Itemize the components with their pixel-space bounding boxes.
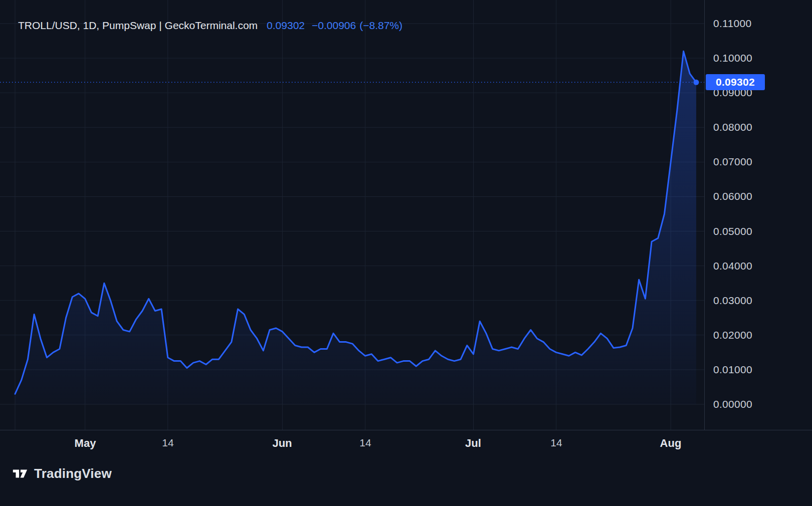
time-scale-label: Jul	[465, 437, 481, 450]
trading-chart: TROLL/USD, 1D, PumpSwap | GeckoTerminal.…	[0, 0, 812, 506]
price-scale-label: 0.02000	[713, 329, 752, 342]
time-scale-label: Aug	[660, 437, 682, 450]
price-scale-label: 0.11000	[713, 17, 751, 30]
price-scale-label: 0.08000	[713, 121, 752, 134]
tradingview-attribution[interactable]: TradingView	[12, 462, 112, 485]
time-scale-label: 14	[359, 437, 371, 449]
time-scale[interactable]: May14Jun14Jul14Aug	[0, 430, 812, 458]
time-scale-label: May	[75, 437, 96, 450]
price-scale[interactable]: 0.09302 0.110000.100000.090000.080000.07…	[704, 0, 812, 430]
price-area-fill	[15, 51, 696, 404]
time-scale-label: 14	[550, 437, 562, 449]
price-scale-label: 0.01000	[713, 363, 752, 376]
time-scale-label: Jun	[272, 437, 292, 450]
price-scale-label: 0.07000	[713, 155, 752, 168]
price-scale-label: 0.05000	[713, 225, 752, 238]
time-scale-label: 14	[162, 437, 173, 449]
chart-legend: TROLL/USD, 1D, PumpSwap | GeckoTerminal.…	[18, 19, 402, 32]
chart-plot-area[interactable]: TROLL/USD, 1D, PumpSwap | GeckoTerminal.…	[0, 0, 704, 430]
legend-price-change: −0.00906	[312, 20, 356, 31]
price-scale-label: 0.10000	[713, 52, 752, 65]
chart-canvas[interactable]	[0, 0, 704, 430]
last-price-marker	[694, 80, 699, 85]
tradingview-logo-icon	[12, 465, 29, 482]
price-scale-label: 0.04000	[713, 260, 752, 273]
current-price-label: 0.09302	[706, 74, 765, 90]
legend-price-change-percent: (−8.87%)	[359, 20, 402, 31]
price-scale-label: 0.00000	[713, 398, 752, 411]
symbol-title[interactable]: TROLL/USD, 1D, PumpSwap | GeckoTerminal.…	[18, 20, 258, 31]
tradingview-brand: TradingView	[34, 466, 112, 481]
price-scale-label: 0.03000	[713, 294, 752, 307]
price-scale-label: 0.06000	[713, 190, 752, 203]
legend-last-price: 0.09302	[267, 20, 305, 31]
